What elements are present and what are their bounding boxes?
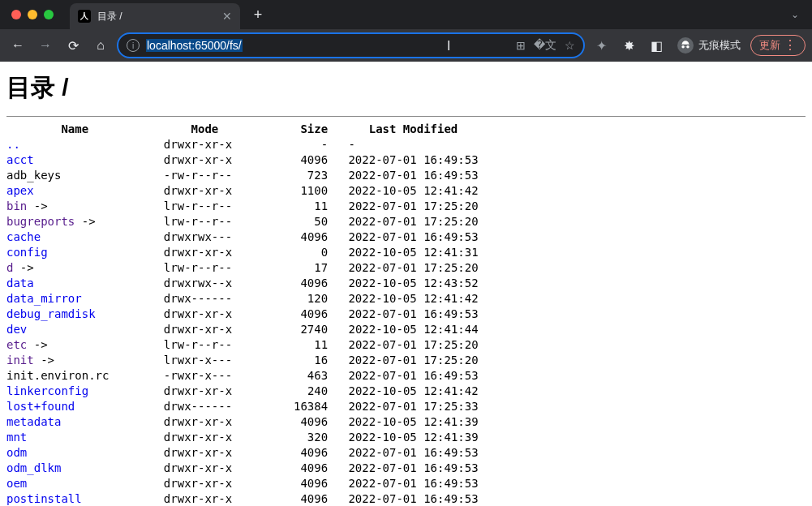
- entry-link[interactable]: postinstall: [6, 492, 82, 505]
- translate-icon[interactable]: �文: [534, 38, 556, 53]
- window-close-button[interactable]: [11, 10, 21, 19]
- listing-row: d -> lrw-r--r-- 17 2022-07-01 17:25:20: [6, 261, 479, 274]
- forward-button[interactable]: →: [34, 34, 57, 57]
- listing-row: init -> lrwxr-x--- 16 2022-07-01 17:25:2…: [6, 354, 479, 367]
- entry-link[interactable]: cache: [6, 230, 41, 243]
- entry-link[interactable]: bin: [6, 199, 27, 212]
- listing-row: cache drwxrwx--- 4096 2022-07-01 16:49:5…: [6, 230, 479, 243]
- listing-row: oem drwxr-xr-x 4096 2022-07-01 16:49:53: [6, 477, 479, 490]
- side-panel-icon[interactable]: ◧: [645, 34, 668, 57]
- page-title: 目录 /: [6, 71, 806, 105]
- listing-row: apex drwxr-xr-x 1100 2022-10-05 12:41:42: [6, 184, 479, 197]
- listing-row: linkerconfig drwxr-xr-x 240 2022-10-05 1…: [6, 384, 479, 397]
- entry-link[interactable]: acct: [6, 153, 34, 166]
- divider: [6, 116, 806, 117]
- entry-link[interactable]: d: [6, 261, 13, 274]
- directory-listing: Name Mode Size Last Modified .. drwxr-xr…: [6, 122, 806, 506]
- entry-link[interactable]: odm_dlkm: [6, 461, 61, 474]
- listing-row: data_mirror drwx------ 120 2022-10-05 12…: [6, 292, 479, 305]
- toolbar: ← → ⟳ ⌂ i localhost:65000/fs/ I ⊞ �文 ☆ ✦…: [0, 29, 812, 62]
- browser-tab[interactable]: 人 目录 / ✕: [70, 3, 240, 29]
- listing-row: bin -> lrw-r--r-- 11 2022-07-01 17:25:20: [6, 199, 479, 212]
- entry-link[interactable]: debug_ramdisk: [6, 307, 96, 320]
- listing-row: dev drwxr-xr-x 2740 2022-10-05 12:41:44: [6, 323, 479, 336]
- new-tab-button[interactable]: +: [247, 3, 269, 26]
- url-text: localhost:65000/fs/: [146, 39, 509, 52]
- listing-row: postinstall drwxr-xr-x 4096 2022-07-01 1…: [6, 492, 479, 505]
- tab-title: 目录 /: [97, 10, 216, 24]
- entry-link[interactable]: ..: [6, 138, 20, 151]
- home-button[interactable]: ⌂: [89, 34, 112, 57]
- listing-row: adb_keys -rw-r--r-- 723 2022-07-01 16:49…: [6, 169, 479, 182]
- tab-favicon: 人: [78, 10, 91, 23]
- tab-close-button[interactable]: ✕: [222, 10, 232, 23]
- entry-link[interactable]: dev: [6, 323, 27, 336]
- entry-link[interactable]: lost+found: [6, 400, 75, 413]
- address-bar[interactable]: i localhost:65000/fs/ I ⊞ �文 ☆: [117, 32, 585, 58]
- listing-row: debug_ramdisk drwxr-xr-x 4096 2022-07-01…: [6, 307, 479, 320]
- update-button[interactable]: 更新 ⋮: [750, 35, 806, 56]
- entry-name: adb_keys: [6, 169, 61, 182]
- listing-row: lost+found drwx------ 16384 2022-07-01 1…: [6, 400, 479, 413]
- menu-icon[interactable]: ⋮: [784, 39, 797, 52]
- listing-row: acct drwxr-xr-x 4096 2022-07-01 16:49:53: [6, 153, 479, 166]
- listing-row: data drwxrwx--x 4096 2022-10-05 12:43:52: [6, 277, 479, 289]
- omnibox-actions: ⊞ �文 ☆: [516, 38, 575, 53]
- entry-link[interactable]: etc: [6, 338, 27, 351]
- install-icon[interactable]: ⊞: [516, 39, 526, 52]
- update-label: 更新: [759, 38, 780, 53]
- back-button[interactable]: ←: [6, 34, 29, 57]
- entry-link[interactable]: oem: [6, 477, 27, 490]
- listing-row: metadata drwxr-xr-x 4096 2022-10-05 12:4…: [6, 415, 479, 428]
- incognito-indicator[interactable]: 无痕模式: [677, 37, 741, 54]
- incognito-label: 无痕模式: [698, 38, 741, 53]
- listing-row: bugreports -> lrw-r--r-- 50 2022-07-01 1…: [6, 215, 479, 228]
- entry-link[interactable]: data: [6, 277, 34, 289]
- page-content[interactable]: 目录 / Name Mode Size Last Modified .. drw…: [0, 62, 812, 506]
- entry-name: init.environ.rc: [6, 369, 109, 382]
- listing-row: odm_dlkm drwxr-xr-x 4096 2022-07-01 16:4…: [6, 461, 479, 474]
- entry-link[interactable]: odm: [6, 446, 27, 459]
- entry-link[interactable]: init: [6, 354, 34, 367]
- incognito-icon: [677, 37, 694, 54]
- reload-button[interactable]: ⟳: [62, 34, 84, 57]
- entry-link[interactable]: config: [6, 246, 48, 259]
- entry-link[interactable]: metadata: [6, 415, 61, 428]
- extensions-icon[interactable]: ✸: [617, 34, 640, 57]
- listing-row: config drwxr-xr-x 0 2022-10-05 12:41:31: [6, 246, 479, 259]
- column-headers: Name Mode Size Last Modified: [6, 122, 458, 135]
- window-minimize-button[interactable]: [28, 10, 37, 19]
- listing-row: init.environ.rc -rwxr-x--- 463 2022-07-0…: [6, 369, 479, 382]
- browser-chrome: 人 目录 / ✕ + ⌄ ← → ⟳ ⌂ i localhost:65000/f…: [0, 0, 812, 62]
- window-maximize-button[interactable]: [44, 10, 54, 19]
- listing-row: odm drwxr-xr-x 4096 2022-07-01 16:49:53: [6, 446, 479, 459]
- entry-link[interactable]: apex: [6, 184, 34, 197]
- tab-strip: 人 目录 / ✕ + ⌄: [0, 0, 812, 29]
- extension-puzzle-icon[interactable]: ✦: [590, 34, 612, 57]
- site-info-icon[interactable]: i: [127, 39, 140, 52]
- window-controls: [11, 10, 54, 19]
- entry-link[interactable]: linkerconfig: [6, 384, 88, 397]
- entry-link[interactable]: bugreports: [6, 215, 75, 228]
- listing-row: .. drwxr-xr-x - -: [6, 138, 355, 151]
- tab-list-button[interactable]: ⌄: [791, 9, 799, 20]
- bookmark-icon[interactable]: ☆: [565, 39, 575, 52]
- listing-row: mnt drwxr-xr-x 320 2022-10-05 12:41:39: [6, 431, 479, 444]
- entry-link[interactable]: mnt: [6, 431, 27, 444]
- entry-link[interactable]: data_mirror: [6, 292, 82, 305]
- listing-row: etc -> lrw-r--r-- 11 2022-07-01 17:25:20: [6, 338, 479, 351]
